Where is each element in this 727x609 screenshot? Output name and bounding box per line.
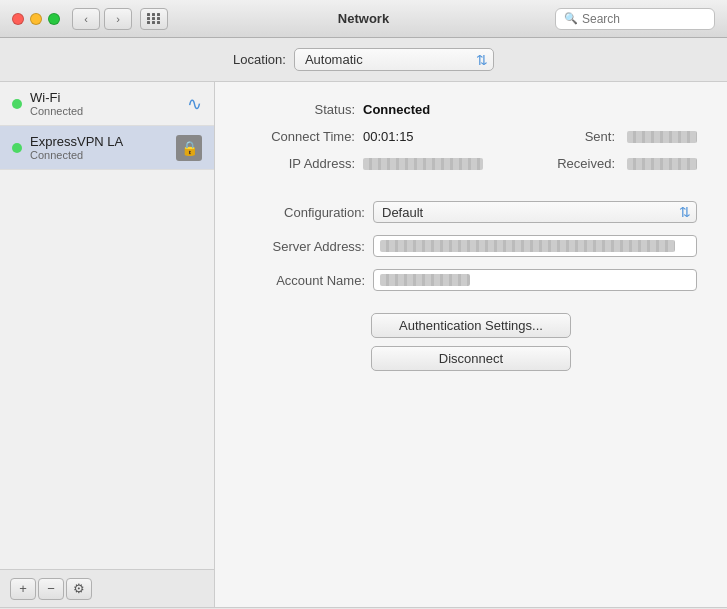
sidebar-footer: + − ⚙ [0,569,214,607]
server-input[interactable] [373,235,697,257]
config-row: Configuration: Default ⇅ [245,201,697,223]
window-title: Network [338,11,389,26]
status-dot-green-vpn [12,143,22,153]
server-label: Server Address: [245,239,365,254]
ip-label: IP Address: [245,156,355,171]
add-network-button[interactable]: + [10,578,36,600]
vpn-item-text: ExpressVPN LA Connected [30,134,168,161]
connect-time-row: Connect Time: 00:01:15 Sent: [245,129,697,144]
vpn-name: ExpressVPN LA [30,134,168,149]
maximize-button[interactable] [48,13,60,25]
ip-row: IP Address: Received: [245,156,697,171]
ip-value-redacted [363,158,483,170]
traffic-lights [12,13,60,25]
sent-label: Sent: [585,129,619,144]
vpn-status: Connected [30,149,168,161]
remove-network-button[interactable]: − [38,578,64,600]
received-label: Received: [557,156,619,171]
app-grid-button[interactable] [140,8,168,30]
search-icon: 🔍 [564,12,578,25]
status-value: Connected [363,102,430,117]
wifi-icon: ∿ [187,93,202,115]
connect-time-value: 00:01:15 [363,129,414,144]
connect-time-label: Connect Time: [245,129,355,144]
wifi-name: Wi-Fi [30,90,179,105]
search-bar[interactable]: 🔍 [555,8,715,30]
detail-panel: Status: Connected Connect Time: 00:01:15… [215,82,727,607]
config-select[interactable]: Default [373,201,697,223]
config-select-wrap: Default ⇅ [373,201,697,223]
sidebar-item-wifi[interactable]: Wi-Fi Connected ∿ [0,82,214,126]
forward-button[interactable]: › [104,8,132,30]
close-button[interactable] [12,13,24,25]
action-buttons: Authentication Settings... Disconnect [245,313,697,371]
location-select[interactable]: Automatic Edit Locations... [294,48,494,71]
main-content: Wi-Fi Connected ∿ ExpressVPN LA Connecte… [0,82,727,607]
sidebar-list: Wi-Fi Connected ∿ ExpressVPN LA Connecte… [0,82,214,569]
server-value-redacted [380,240,675,252]
back-button[interactable]: ‹ [72,8,100,30]
nav-buttons: ‹ › [72,8,132,30]
sidebar-item-vpn[interactable]: ExpressVPN LA Connected 🔒 [0,126,214,170]
status-row: Status: Connected [245,102,697,117]
account-name-row: Account Name: [245,269,697,291]
search-input[interactable] [582,12,706,26]
config-label: Configuration: [245,205,365,220]
location-select-wrap: Automatic Edit Locations... ⇅ [294,48,494,71]
settings-gear-button[interactable]: ⚙ [66,578,92,600]
status-dot-green [12,99,22,109]
sent-value-redacted [627,131,697,143]
disconnect-button[interactable]: Disconnect [371,346,571,371]
grid-icon [147,13,161,24]
sidebar: Wi-Fi Connected ∿ ExpressVPN LA Connecte… [0,82,215,607]
status-label: Status: [245,102,355,117]
location-label: Location: [233,52,286,67]
wifi-status: Connected [30,105,179,117]
account-input[interactable] [373,269,697,291]
title-bar: ‹ › Network 🔍 [0,0,727,38]
server-address-row: Server Address: [245,235,697,257]
auth-settings-button[interactable]: Authentication Settings... [371,313,571,338]
account-label: Account Name: [245,273,365,288]
lock-icon: 🔒 [176,135,202,161]
received-value-redacted [627,158,697,170]
account-value-redacted [380,274,470,286]
wifi-item-text: Wi-Fi Connected [30,90,179,117]
minimize-button[interactable] [30,13,42,25]
location-bar: Location: Automatic Edit Locations... ⇅ [0,38,727,82]
